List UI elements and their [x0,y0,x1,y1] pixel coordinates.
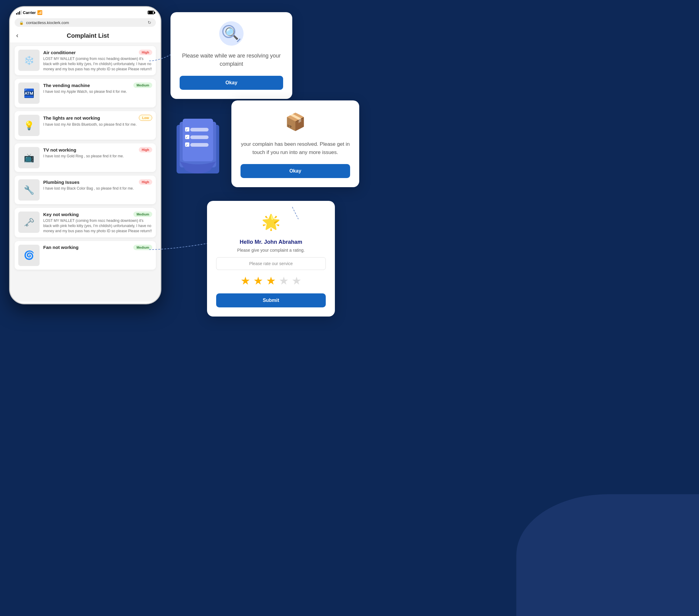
complaint-content: TV not working High I have lost my Gold … [43,147,152,159]
stars-hand-icon: 🌟 [259,210,283,235]
complaint-name: TV not working [43,147,76,152]
url-bar[interactable]: 🔒 contactless.kioclerk.com ↻ [15,18,156,27]
svg-rect-3 [190,128,209,132]
lock-icon: 🔒 [19,21,24,25]
complaint-image: 🌀 [18,245,40,266]
complaint-name: The vending machine [43,83,90,88]
complaint-top: Plumbing Issues High [43,179,152,185]
wifi-icon: 📶 [37,10,42,15]
battery-area [148,11,154,14]
star-3[interactable]: ★ [266,274,276,287]
complaint-description: I have lost my Gold Ring , so please fin… [43,154,152,159]
card-rating: 🌟 Hello Mr. John Abraham Please give you… [207,201,335,317]
complaint-content: Key not working Medium LOST MY WALLET (c… [43,212,152,233]
complaint-top: Key not working Medium [43,212,152,217]
complaint-name: Air conditioner [43,50,76,55]
svg-rect-2 [183,119,213,161]
complaint-description: I have lost my Black Color Bag , so plea… [43,186,152,191]
star-5[interactable]: ★ [292,274,301,287]
carrier-text: Carrier [23,10,36,15]
complaint-item[interactable]: 🌀 Fan not working Medium [15,241,156,270]
submit-button[interactable]: Submit [216,293,326,307]
greeting-text: Hello Mr. John Abraham [240,239,302,245]
priority-badge: Medium [133,245,152,250]
rating-subtext: Please give your complaint a rating. [237,248,305,253]
complaint-description: I have lost my Air Birds Bluetooth, so p… [43,122,152,127]
complaint-image: 📺 [18,147,40,168]
page-title: Complaint List [21,32,154,39]
phone-mockup: Carrier 📶 🔒 contactless.kioclerk.com ↻ ‹ [9,6,161,304]
svg-text:✓: ✓ [185,128,188,132]
rating-label: Please rate our service [216,257,326,270]
complaint-image: 🗝️ [18,212,40,233]
complaint-top: The vending machine Medium [43,82,152,88]
complaint-content: The vending machine Medium I have lost m… [43,82,152,94]
complaint-list: ❄️ Air conditioner High LOST MY WALLET (… [10,43,160,302]
complaint-top: The lights are not working Low [43,115,152,121]
url-text: contactless.kioclerk.com [26,21,69,25]
complaint-item[interactable]: 🏧 The vending machine Medium I have lost… [15,79,156,107]
complaint-top: Air conditioner High [43,50,152,55]
svg-rect-5 [190,143,209,147]
complaint-image: 🔧 [18,179,40,201]
priority-badge: Medium [133,82,152,88]
complaint-item[interactable]: 💡 The lights are not working Low I have … [15,111,156,140]
phone-body: Carrier 📶 🔒 contactless.kioclerk.com ↻ ‹ [9,6,161,304]
complaint-name: The lights are not working [43,115,100,121]
card-resolving: 🔍 Please waite while we are resolving yo… [171,12,292,99]
svg-text:✓: ✓ [185,143,188,147]
complaint-image: 🏧 [18,82,40,104]
complaint-top: TV not working High [43,147,152,152]
svg-rect-4 [190,135,209,139]
refresh-icon[interactable]: ↻ [148,20,151,25]
complaint-image: ❄️ [18,50,40,71]
complaint-content: Fan not working Medium [43,245,152,251]
complaint-item[interactable]: ❄️ Air conditioner High LOST MY WALLET (… [15,46,156,75]
resolved-okay-button[interactable]: Okay [240,164,350,178]
priority-badge: Low [139,115,152,121]
back-button[interactable]: ‹ [16,32,18,40]
complaint-description: I have lost my Apple Watch, so please fi… [43,89,152,94]
carrier-label: Carrier 📶 [16,10,42,15]
card-resolved: 📦 your complain has been resolved. Pleas… [232,101,359,187]
box-icon: 📦 [283,110,307,134]
complaint-name: Key not working [43,212,79,217]
priority-badge: Medium [133,212,152,217]
complaint-content: Air conditioner High LOST MY WALLET (com… [43,50,152,71]
search-icon: 🔍 [219,21,243,46]
priority-badge: High [139,179,152,185]
complaint-image: 💡 [18,115,40,136]
signal-icon [16,10,22,15]
star-4[interactable]: ★ [279,274,289,287]
stars-row[interactable]: ★★★★★ [240,274,301,287]
url-bar-container: 🔒 contactless.kioclerk.com ↻ [10,16,160,29]
star-2[interactable]: ★ [253,274,263,287]
complaint-top: Fan not working Medium [43,245,152,250]
resolved-text: your complain has been resolved. Please … [240,140,350,157]
complaint-item[interactable]: 🗝️ Key not working Medium LOST MY WALLET… [15,208,156,237]
checklist-illustration: ✓ ✓ ✓ [171,116,232,176]
svg-text:✓: ✓ [185,135,188,139]
complaint-name: Fan not working [43,245,79,250]
battery-icon [148,11,154,14]
status-bar: Carrier 📶 [10,7,160,16]
complaint-description: LOST MY WALLET (coming from nscc heading… [43,56,152,71]
resolving-okay-button[interactable]: Okay [180,76,283,90]
complaint-item[interactable]: 📺 TV not working High I have lost my Gol… [15,143,156,172]
priority-badge: High [139,147,152,152]
page-header: ‹ Complaint List [10,29,160,43]
resolving-text: Please waite while we are resolving your… [180,52,283,68]
priority-badge: High [139,50,152,55]
star-1[interactable]: ★ [240,274,250,287]
complaint-content: Plumbing Issues High I have lost my Blac… [43,179,152,191]
complaint-description: LOST MY WALLET (coming from nscc heading… [43,218,152,233]
complaint-name: Plumbing Issues [43,179,79,185]
complaint-item[interactable]: 🔧 Plumbing Issues High I have lost my Bl… [15,176,156,204]
complaint-content: The lights are not working Low I have lo… [43,115,152,127]
